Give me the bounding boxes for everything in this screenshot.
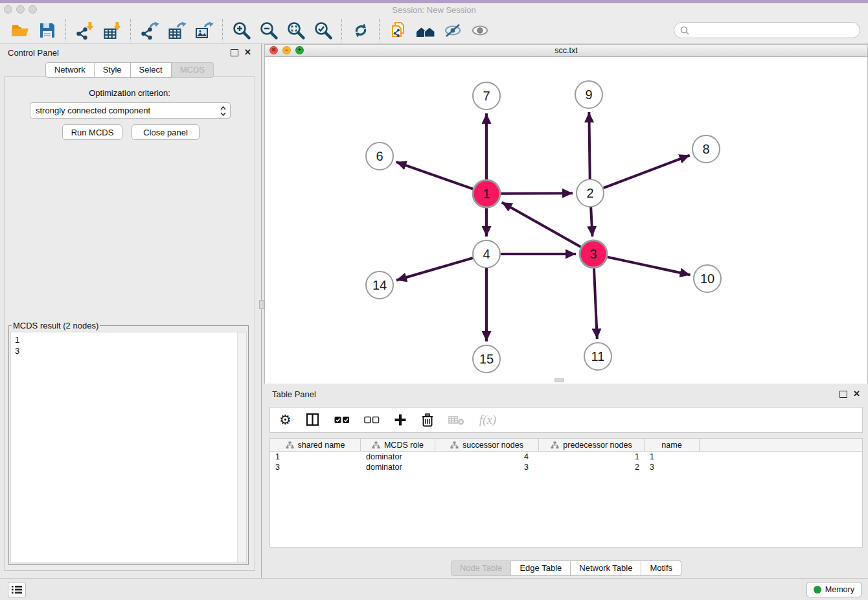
criterion-select[interactable]: strongly connected component: [30, 102, 231, 119]
mcds-result-list[interactable]: 1 3: [10, 332, 247, 563]
svg-text:8: 8: [702, 142, 709, 156]
import-network-button[interactable]: [74, 19, 96, 41]
graph-node-3[interactable]: 3: [580, 240, 607, 268]
close-panel-button[interactable]: Close panel: [131, 124, 200, 140]
cell-predecessor-nodes[interactable]: 1: [539, 452, 645, 462]
graph-edge-2-9[interactable]: [589, 112, 589, 179]
add-column-button[interactable]: [394, 413, 407, 426]
cell-mcds-role[interactable]: dominator: [361, 452, 435, 462]
cell-successor-nodes[interactable]: 4: [435, 452, 539, 462]
delete-column-button[interactable]: [448, 415, 465, 425]
graph-edge-1-6[interactable]: [396, 162, 473, 189]
tab-network-table[interactable]: Network Table: [571, 560, 641, 576]
export-image-button[interactable]: [193, 19, 215, 41]
delete-button[interactable]: [421, 413, 434, 428]
column-header-successor-nodes[interactable]: successor nodes: [435, 439, 539, 451]
graph-edge-3-11[interactable]: [594, 268, 597, 339]
deselect-all-button[interactable]: [364, 415, 380, 424]
tab-edge-table[interactable]: Edge Table: [511, 560, 571, 576]
column-header-predecessor-nodes[interactable]: predecessor nodes: [539, 439, 645, 451]
network-graph[interactable]: 7968124314101511: [265, 57, 867, 384]
memory-button[interactable]: Memory: [806, 582, 862, 597]
cell-name[interactable]: 3: [645, 462, 700, 472]
tab-motifs[interactable]: Motifs: [641, 560, 681, 576]
cell-name[interactable]: 1: [645, 452, 700, 462]
run-mcds-button[interactable]: Run MCDS: [62, 124, 122, 140]
houses-button[interactable]: [415, 19, 437, 41]
zoom-in-button[interactable]: [231, 19, 253, 41]
eye-slash-icon: [443, 21, 463, 40]
result-scrollbar[interactable]: [237, 332, 246, 562]
list-icon: [11, 584, 23, 595]
vertical-splitter[interactable]: [259, 44, 264, 578]
new-network-from-selection-icon: [389, 21, 408, 40]
tab-network[interactable]: Network: [45, 62, 95, 78]
gear-icon: ⚙: [279, 413, 291, 427]
graph-node-9[interactable]: 9: [575, 81, 602, 108]
graph-node-8[interactable]: 8: [692, 135, 720, 163]
search-input[interactable]: [690, 23, 860, 38]
tab-style[interactable]: Style: [95, 62, 131, 78]
tab-mcds[interactable]: MCDS: [172, 62, 214, 78]
graph-edge-2-8[interactable]: [604, 156, 690, 189]
zoom-selected-button[interactable]: [312, 19, 334, 41]
hide-graphics-details-button[interactable]: [442, 19, 464, 41]
refresh-button[interactable]: [350, 19, 372, 41]
search-box[interactable]: [674, 22, 860, 38]
column-layout-icon: [306, 413, 320, 427]
zoom-out-button[interactable]: [258, 19, 280, 41]
graph-node-7[interactable]: 7: [473, 82, 500, 110]
graph-node-10[interactable]: 10: [694, 265, 721, 292]
cell-successor-nodes[interactable]: 3: [435, 462, 539, 472]
task-history-button[interactable]: [8, 582, 26, 597]
open-file-button[interactable]: [9, 19, 31, 41]
network-canvas[interactable]: 7968124314101511: [265, 57, 867, 384]
graph-edge-3-10[interactable]: [608, 257, 691, 275]
function-builder-button[interactable]: f(x): [479, 413, 496, 427]
export-network-button[interactable]: [139, 19, 161, 41]
horizontal-splitter-handle[interactable]: [554, 378, 564, 382]
column-header-shared-name[interactable]: shared name: [270, 439, 361, 451]
graph-node-6[interactable]: 6: [366, 143, 393, 170]
graph-edge-2-3[interactable]: [591, 207, 592, 237]
graph-edge-3-1[interactable]: [502, 202, 581, 247]
select-all-button[interactable]: [334, 415, 350, 424]
cell-shared-name[interactable]: 3: [270, 462, 361, 472]
graph-node-2[interactable]: 2: [577, 179, 604, 207]
status-bar: Memory: [0, 578, 868, 600]
optimization-criterion-label: Optimization criterion:: [5, 88, 255, 98]
table-row[interactable]: 3 dominator 3 2 3: [270, 462, 862, 472]
zoom-fit-button[interactable]: [285, 19, 307, 41]
tab-select[interactable]: Select: [131, 62, 172, 78]
table-settings-button[interactable]: ⚙: [279, 413, 291, 427]
cell-mcds-role[interactable]: dominator: [361, 462, 435, 472]
graph-edge-4-14[interactable]: [396, 258, 473, 280]
select-stepper-icon: [220, 106, 227, 117]
import-table-button[interactable]: [101, 19, 123, 41]
graph-edge-1-2[interactable]: [501, 193, 573, 194]
control-panel-tabs: Network Style Select MCDS: [0, 62, 259, 78]
export-table-button[interactable]: [166, 19, 188, 41]
graph-node-11[interactable]: 11: [584, 343, 611, 370]
toolbar-separator: [379, 19, 380, 41]
column-header-mcds-role[interactable]: MCDS role: [361, 439, 435, 451]
cell-predecessor-nodes[interactable]: 2: [539, 462, 645, 472]
column-layout-button[interactable]: [306, 413, 320, 427]
tab-node-table[interactable]: Node Table: [451, 560, 512, 576]
splitter-handle[interactable]: [259, 300, 264, 309]
graph-node-15[interactable]: 15: [473, 345, 500, 373]
close-table-panel-icon[interactable]: ✕: [853, 389, 860, 398]
float-panel-icon[interactable]: [231, 49, 238, 56]
show-graphics-details-button[interactable]: [469, 19, 491, 41]
graph-node-1[interactable]: 1: [473, 180, 500, 207]
new-network-from-selection-button[interactable]: [387, 19, 409, 41]
sitemap-icon: [372, 441, 380, 449]
close-panel-icon[interactable]: ✕: [244, 47, 251, 57]
graph-node-4[interactable]: 4: [473, 240, 500, 268]
float-table-panel-icon[interactable]: [839, 391, 847, 398]
save-session-button[interactable]: [36, 19, 58, 41]
table-row[interactable]: 1 dominator 4 1 1: [270, 452, 862, 462]
graph-node-14[interactable]: 14: [366, 271, 393, 299]
cell-shared-name[interactable]: 1: [270, 452, 361, 462]
column-header-name[interactable]: name: [645, 439, 700, 451]
